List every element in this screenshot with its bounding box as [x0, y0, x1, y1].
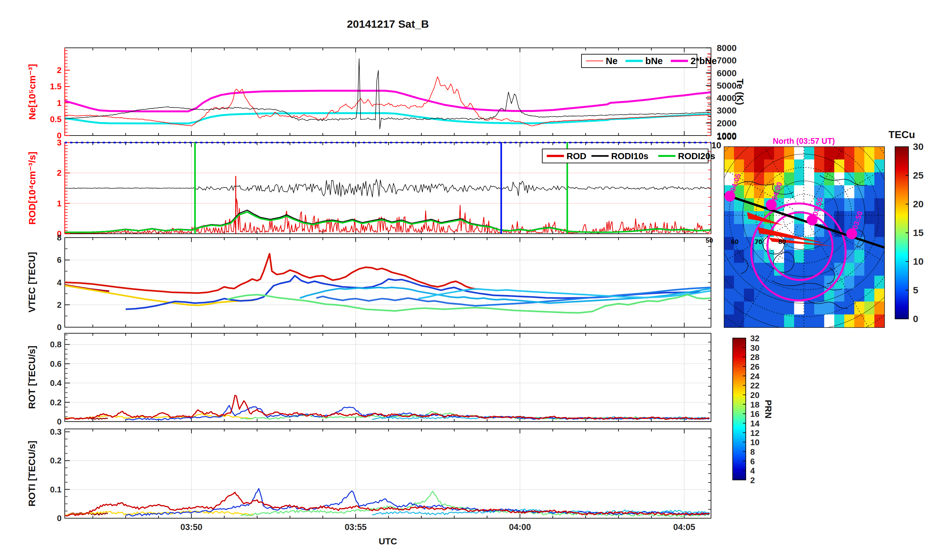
tec-cell — [824, 198, 834, 212]
colorbar-tick-label: 10 — [913, 256, 923, 266]
tec-cell — [754, 159, 764, 173]
tec-cell — [784, 302, 794, 315]
legend-rod: RODRODI10sRODI20s — [542, 149, 715, 163]
p4-tick-label: 0.6 — [50, 359, 62, 369]
x-tick-label: 04:00 — [509, 522, 531, 532]
tec-cell — [804, 185, 814, 199]
tec-cell — [864, 224, 875, 238]
tec-cell — [734, 147, 744, 160]
tec-cell — [814, 185, 824, 199]
tec-cell — [834, 198, 844, 212]
tec-cell — [754, 185, 764, 199]
stray-10-label: 10 — [711, 140, 721, 151]
tec-cell — [754, 250, 764, 263]
tec-cell — [754, 147, 764, 160]
tec-cell — [854, 250, 864, 263]
tec-cell — [844, 315, 855, 328]
tec-cell — [864, 211, 875, 224]
colorbar-tick-label: 2 — [750, 475, 755, 485]
p3-tick-label: 2 — [57, 300, 62, 310]
tec-cell — [864, 185, 875, 199]
tec-cell — [734, 250, 744, 263]
colorbar-tick-label: 26 — [750, 362, 760, 372]
p1-tick-label: 1 — [57, 98, 62, 108]
colorbar-tick-label: 20 — [913, 199, 923, 209]
track-time-dot — [807, 215, 817, 226]
tec-cell — [724, 276, 734, 289]
tec-cell — [794, 276, 805, 289]
tec-cell — [844, 263, 855, 276]
tec-cell — [834, 289, 844, 302]
tec-cell — [744, 147, 754, 160]
tec-cell — [824, 315, 834, 328]
colorbar-tick-label: 14 — [750, 419, 760, 428]
legend-entry-label: 2*bNe — [691, 56, 717, 66]
tec-cell — [814, 237, 824, 250]
p4-yticks — [65, 335, 70, 422]
tec-cell — [874, 250, 885, 263]
colorbar-tick-label: 30 — [913, 141, 923, 152]
te-tick-label: 8000 — [717, 43, 737, 53]
colorbar-tick-label: 8 — [750, 447, 755, 457]
tec-cell — [814, 315, 824, 328]
p1-right-ylabel: Te (K) — [735, 79, 746, 105]
legend-entry-label: Ne — [606, 56, 617, 66]
p3-tick-label: 6 — [57, 255, 62, 265]
tec-cell — [824, 185, 834, 199]
tec-cell — [814, 147, 824, 160]
p2-ylabel: ROD[10⁴cm⁻³/s] — [26, 151, 38, 224]
tec-cell — [724, 159, 734, 173]
series-PRN-yellow — [65, 285, 254, 305]
p5-ylabel: ROTI [TECU/s] — [26, 441, 37, 507]
tec-cell — [754, 302, 764, 315]
tec-cell — [864, 315, 875, 328]
series-PRN-yellow — [65, 285, 254, 305]
tec-cell — [844, 276, 855, 289]
series-ROT-red — [65, 395, 710, 419]
colorbar-tick-label: 5 — [913, 285, 918, 295]
tec-cell — [794, 159, 805, 173]
tec-cell — [874, 147, 885, 160]
colorbar-tick-label: 24 — [750, 372, 760, 381]
p1-ylabel: Ne[10⁵cm⁻³] — [26, 64, 38, 120]
tec-cell — [724, 211, 734, 224]
p5-tick-label: 0 — [57, 513, 62, 523]
tec-cell — [724, 302, 734, 315]
tec-cell — [854, 276, 864, 289]
p5-tick-label: 0.3 — [50, 427, 62, 437]
te-tick-label: 3000 — [717, 106, 737, 115]
series-ROT-red — [65, 395, 710, 419]
tec-cell — [754, 173, 764, 186]
tec-cell — [874, 224, 885, 238]
tec-cell — [804, 263, 814, 276]
prn-colorbar: 3230282624222018161412108642 — [733, 334, 760, 485]
panel-rot-frame — [65, 333, 711, 422]
tec-cell — [794, 147, 805, 160]
tec-cell — [774, 315, 784, 328]
p1-yticks — [65, 51, 70, 136]
x-tick-label: 04:05 — [673, 522, 695, 532]
tec-cell — [814, 173, 824, 186]
tec-cell — [744, 224, 754, 238]
tec-cell — [804, 224, 814, 238]
tec-cell — [804, 173, 814, 186]
tec-cell — [794, 198, 805, 212]
series-ROD — [65, 176, 710, 234]
tec-cell — [744, 173, 754, 186]
tec-cell — [874, 173, 885, 186]
tec-cell — [734, 289, 744, 302]
tec-cell — [874, 211, 885, 224]
series-PRN-medblue — [316, 296, 474, 306]
tec-cell — [774, 302, 784, 315]
rodi10s-mid-trace — [65, 180, 710, 197]
p3-tick-label: 8 — [57, 233, 62, 242]
rod-trace — [65, 199, 710, 233]
colorbar-tick-label: 30 — [750, 343, 760, 353]
tec-cell — [764, 302, 774, 315]
tec-cell — [874, 263, 885, 276]
tec-cell — [814, 276, 824, 289]
tec-cell — [734, 224, 744, 238]
figure: 00.511.5201230246800.20.40.60.800.10.20.… — [0, 0, 926, 560]
page-title: 20141217 Sat_B — [347, 18, 429, 30]
tec-cell — [724, 263, 734, 276]
